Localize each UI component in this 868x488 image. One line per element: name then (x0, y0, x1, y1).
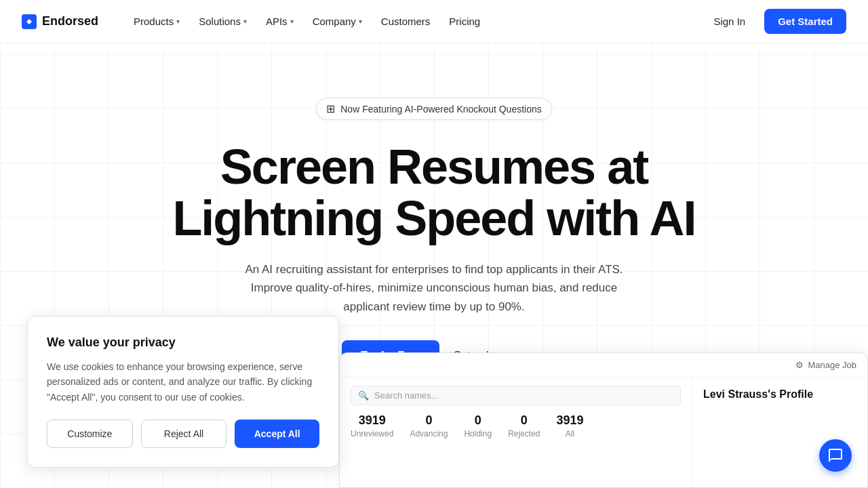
stat-unreviewed: 3919 Unreviewed (351, 413, 393, 439)
chat-bubble[interactable] (819, 439, 852, 472)
layers-icon: ⊞ (326, 102, 335, 115)
nav-links: Products ▾ Solutions ▾ APIs ▾ Company ▾ … (125, 10, 703, 33)
nav-customers[interactable]: Customers (373, 10, 439, 33)
hero-subtitle: An AI recruiting assistant for enterpris… (244, 260, 624, 316)
search-icon: 🔍 (358, 390, 369, 401)
stat-advancing: 0 Advancing (410, 413, 448, 439)
settings-icon: ⚙ (795, 360, 804, 370)
accept-all-button[interactable]: Accept All (235, 420, 319, 448)
nav-company[interactable]: Company ▾ (304, 10, 370, 33)
navigation: Endorsed Products ▾ Solutions ▾ APIs ▾ C… (0, 0, 868, 43)
reject-all-button[interactable]: Reject All (141, 420, 227, 448)
get-started-button[interactable]: Get Started (764, 9, 846, 34)
cookie-text: We use cookies to enhance your browsing … (47, 359, 319, 405)
nav-solutions[interactable]: Solutions ▾ (191, 10, 255, 33)
stat-rejected: 0 Rejected (508, 413, 540, 439)
app-preview-header: ⚙ Manage Job (340, 353, 867, 378)
chevron-down-icon: ▾ (290, 18, 294, 25)
search-bar[interactable]: 🔍 Search names... (351, 386, 681, 405)
chevron-down-icon: ▾ (176, 18, 180, 25)
stats-row: 3919 Unreviewed 0 Advancing 0 Holding 0 … (351, 413, 681, 439)
logo-icon (22, 14, 37, 29)
app-preview-body: 🔍 Search names... 3919 Unreviewed 0 Adva… (340, 378, 867, 485)
chevron-down-icon: ▾ (359, 18, 362, 25)
nav-pricing[interactable]: Pricing (441, 10, 488, 33)
app-preview: ⚙ Manage Job 🔍 Search names... 3919 Unre… (339, 352, 868, 488)
nav-apis[interactable]: APIs ▾ (258, 10, 302, 33)
app-preview-left: 🔍 Search names... 3919 Unreviewed 0 Adva… (340, 378, 692, 485)
logo[interactable]: Endorsed (22, 14, 98, 29)
stat-holding: 0 Holding (464, 413, 492, 439)
cookie-buttons: Customize Reject All Accept All (47, 420, 319, 448)
cookie-title: We value your privacy (47, 336, 319, 350)
hero-title: Screen Resumes at Lightning Speed with A… (163, 142, 705, 244)
stat-all: 3919 All (557, 413, 584, 439)
cookie-banner: We value your privacy We use cookies to … (27, 316, 339, 468)
hero-badge: ⊞ Now Featuring AI-Powered Knockout Ques… (316, 98, 552, 120)
sign-in-button[interactable]: Sign In (703, 10, 756, 33)
profile-name: Levi Strauss's Profile (703, 388, 856, 401)
chevron-down-icon: ▾ (243, 18, 247, 25)
customize-button[interactable]: Customize (47, 420, 133, 448)
nav-products[interactable]: Products ▾ (125, 10, 188, 33)
nav-right: Sign In Get Started (703, 9, 846, 34)
